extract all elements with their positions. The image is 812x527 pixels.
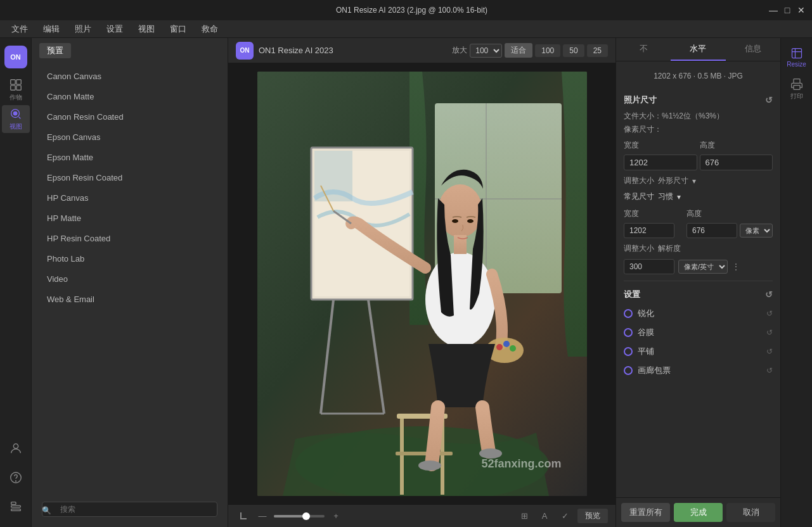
preset-item-canon-canvas[interactable]: Canon Canvas	[37, 67, 222, 86]
grid-tool-icon[interactable]: ⊞	[517, 509, 532, 524]
zoom-50-button[interactable]: 50	[563, 44, 584, 57]
search-input[interactable]	[42, 502, 217, 517]
fit-button[interactable]: 适合	[505, 43, 532, 58]
sidebar-item-layer[interactable]	[2, 493, 30, 521]
resolution-label: 调整大小	[624, 243, 654, 254]
done-button[interactable]: 完成	[674, 503, 723, 522]
zoom-slider[interactable]	[274, 515, 325, 517]
input-height-label: 高度	[686, 207, 773, 220]
height-input[interactable]	[686, 223, 737, 238]
svg-point-28	[425, 252, 495, 347]
minimize-button[interactable]: —	[768, 4, 779, 16]
bottom-tools-right: ⊞ A ✓ 预览	[517, 509, 608, 524]
settings-flat[interactable]: 平铺 ↺	[621, 342, 775, 361]
input-width-label: 宽度	[624, 207, 684, 220]
tab-info[interactable]: 信息	[726, 38, 780, 61]
sidebar-item-view[interactable]: 视图	[2, 105, 30, 133]
gallery-wrap-reset-icon[interactable]: ↺	[766, 366, 773, 375]
preset-item-hp-resin-coated[interactable]: HP Resin Coated	[37, 229, 222, 248]
preset-item-epson-resin-coated[interactable]: Epson Resin Coated	[37, 168, 222, 187]
zoom-slider-thumb[interactable]	[302, 512, 310, 520]
menu-item-照片[interactable]: 照片	[68, 22, 98, 36]
svg-rect-45	[794, 86, 800, 90]
preset-item-hp-matte[interactable]: HP Matte	[37, 208, 222, 228]
settings-reset-icon[interactable]: ↺	[765, 289, 773, 300]
flat-reset-icon[interactable]: ↺	[766, 347, 773, 356]
maximize-button[interactable]: □	[782, 4, 793, 16]
far-right-panel: Resize 打印	[780, 38, 812, 527]
tab-horizontal[interactable]: 水平	[671, 38, 725, 61]
gallery-wrap-circle-icon	[624, 366, 633, 375]
sharpen-circle-icon	[624, 309, 633, 318]
cancel-button[interactable]: 取消	[726, 503, 775, 522]
menu-item-设置[interactable]: 设置	[100, 22, 129, 36]
gallex-reset-icon[interactable]: ↺	[766, 328, 773, 337]
preset-item-web-email[interactable]: Web & Email	[37, 289, 222, 309]
sharpen-reset-icon[interactable]: ↺	[766, 309, 773, 318]
svg-rect-1	[16, 80, 20, 84]
common-sizes-label: 常见尺寸	[624, 191, 654, 202]
preview-button[interactable]: 预览	[577, 509, 608, 523]
preset-item-video[interactable]: Video	[37, 269, 222, 289]
preset-item-epson-canvas[interactable]: Epson Canvas	[37, 127, 222, 147]
left-sidebar: ON 作物 视图	[0, 38, 32, 527]
chevron-down-icon: ▾	[692, 177, 696, 186]
far-right-print[interactable]: 打印	[783, 74, 811, 105]
preset-item-epson-matte[interactable]: Epson Matte	[37, 148, 222, 167]
settings-sharpen[interactable]: 锐化 ↺	[621, 304, 775, 323]
height-label: 高度	[700, 139, 773, 152]
settings-gallex[interactable]: 谷膜 ↺	[621, 323, 775, 342]
crop-tool-icon[interactable]	[236, 509, 251, 524]
preset-tab[interactable]: 预置	[39, 43, 71, 58]
tab-no[interactable]: 不	[616, 38, 671, 61]
preset-list: Canon CanvasCanon MatteCanon Resin Coate…	[32, 63, 228, 497]
sidebar-item-actions[interactable]: 作物	[2, 76, 30, 104]
pixel-size-label: 像素尺寸：	[624, 124, 662, 135]
habit-label[interactable]: 习惯	[658, 191, 673, 202]
common-sizes-row: 常见尺寸 习惯 ▾	[621, 189, 775, 205]
title-bar: ON1 Resize AI 2023 (2.jpg @ 100.0% 16-bi…	[0, 0, 812, 20]
zoom-100-button[interactable]: 100	[535, 44, 560, 57]
preset-item-photo-lab[interactable]: Photo Lab	[37, 249, 222, 269]
far-right-resize-label: Resize	[787, 61, 806, 68]
close-button[interactable]: ✕	[796, 4, 807, 16]
unit-select[interactable]: 像素 英寸 厘米	[740, 224, 773, 238]
svg-rect-30	[454, 235, 467, 254]
sidebar-item-user[interactable]	[2, 435, 30, 462]
resize-size-row[interactable]: 调整大小 外形尺寸 ▾	[621, 173, 775, 189]
zoom-25-button[interactable]: 25	[587, 44, 608, 57]
far-right-resize[interactable]: Resize	[783, 43, 811, 72]
right-bottom: 重置所有 完成 取消	[616, 497, 780, 527]
resolution-input[interactable]	[624, 259, 674, 274]
text-tool-icon[interactable]: A	[537, 509, 552, 524]
photo-size-reset-icon[interactable]: ↺	[765, 95, 773, 105]
far-right-print-label: 打印	[790, 92, 803, 101]
check-tool-icon[interactable]: ✓	[557, 509, 572, 524]
image-area: ON ON1 Resize AI 2023 放大 100 50 25 200 适…	[228, 38, 615, 527]
settings-gallery-wrap[interactable]: 画廊包票 ↺	[621, 361, 775, 380]
preset-item-canon-resin-coated[interactable]: Canon Resin Coated	[37, 107, 222, 127]
menu-item-窗口[interactable]: 窗口	[164, 22, 193, 36]
app-logo: ON	[2, 43, 30, 71]
minus-tool-icon[interactable]: —	[255, 509, 270, 524]
preset-item-canon-matte[interactable]: Canon Matte	[37, 87, 222, 106]
resolution-unit-select[interactable]: 像素/英寸 像素/厘米	[678, 260, 728, 274]
svg-point-8	[15, 481, 16, 481]
file-size-label: 文件大小：	[624, 111, 662, 122]
reset-all-button[interactable]: 重置所有	[621, 503, 670, 522]
sidebar-item-view-label: 视图	[10, 122, 22, 131]
zoom-select[interactable]: 100 50 25 200	[470, 44, 502, 58]
resolution-options-button[interactable]: ⋮	[731, 262, 740, 272]
preset-item-hp-canvas[interactable]: HP Canvas	[37, 188, 222, 208]
width-input[interactable]	[624, 223, 674, 238]
file-info: 1202 x 676 · 0.5 MB · JPG	[621, 67, 775, 86]
width-value: 1202	[624, 155, 697, 170]
plus-tool-icon[interactable]: +	[328, 509, 344, 524]
resolution-input-row: 像素/英寸 像素/厘米 ⋮	[621, 257, 775, 277]
menu-item-文件[interactable]: 文件	[5, 22, 34, 36]
svg-rect-41	[240, 512, 242, 519]
menu-item-编辑[interactable]: 编辑	[37, 22, 66, 36]
menu-item-视图[interactable]: 视图	[132, 22, 161, 36]
menu-item-救命[interactable]: 救命	[195, 22, 224, 36]
sidebar-item-help[interactable]	[2, 464, 30, 492]
